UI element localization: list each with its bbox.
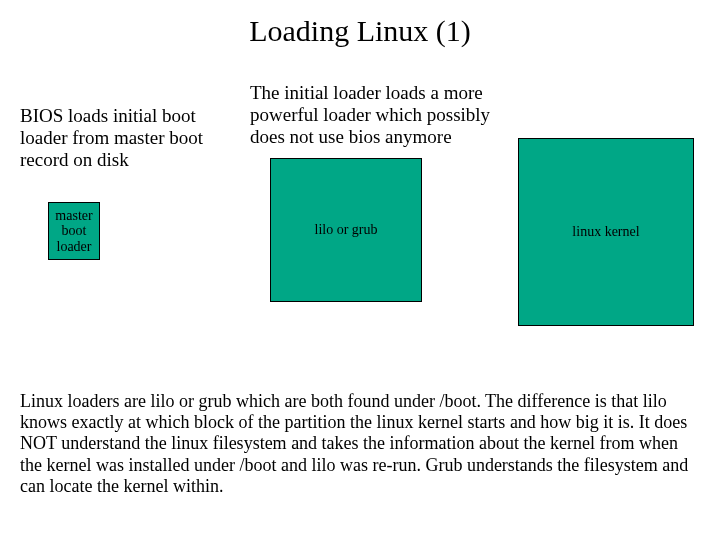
box-label: lilo or grub — [315, 222, 378, 237]
description-loader: The initial loader loads a more powerful… — [250, 82, 520, 148]
box-master-boot-loader: master boot loader — [48, 202, 100, 260]
box-label: linux kernel — [572, 224, 639, 239]
footer-paragraph: Linux loaders are lilo or grub which are… — [20, 391, 704, 497]
description-bios: BIOS loads initial boot loader from mast… — [20, 105, 230, 171]
slide-title: Loading Linux (1) — [0, 14, 720, 48]
box-lilo-grub: lilo or grub — [270, 158, 422, 302]
box-linux-kernel: linux kernel — [518, 138, 694, 326]
box-label: master boot loader — [51, 208, 97, 254]
